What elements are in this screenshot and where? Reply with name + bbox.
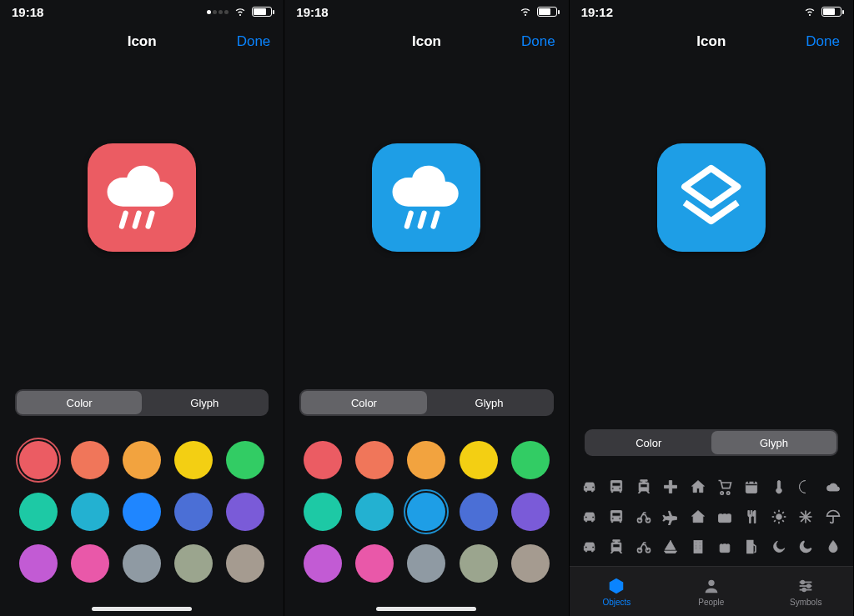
segment-color[interactable]: Color <box>586 431 711 454</box>
color-swatch[interactable] <box>226 441 264 479</box>
home-indicator[interactable] <box>92 607 192 611</box>
home-icon[interactable] <box>687 506 709 528</box>
svg-line-1 <box>135 213 139 227</box>
color-swatch[interactable] <box>71 441 109 479</box>
fuel-icon[interactable] <box>741 536 762 558</box>
color-swatch[interactable] <box>460 441 498 479</box>
car-icon[interactable] <box>579 506 600 528</box>
color-swatch[interactable] <box>123 544 161 583</box>
color-swatch[interactable] <box>19 544 58 583</box>
tab-objects[interactable]: Objects <box>570 567 664 616</box>
svg-rect-32 <box>720 544 730 553</box>
color-swatch[interactable] <box>407 441 445 479</box>
color-swatch[interactable] <box>19 493 58 531</box>
utensils-icon[interactable] <box>741 506 762 528</box>
page-title: Icon <box>696 33 726 50</box>
tram-icon[interactable] <box>605 536 627 558</box>
cart-icon[interactable] <box>714 476 736 498</box>
snow-icon[interactable] <box>795 506 816 528</box>
segment-glyph[interactable]: Glyph <box>427 391 552 414</box>
thermometer-icon[interactable] <box>768 476 790 498</box>
svg-point-10 <box>776 514 782 520</box>
segment-glyph[interactable]: Glyph <box>711 431 836 454</box>
plane-icon[interactable] <box>660 506 681 528</box>
icon-preview <box>657 143 766 252</box>
color-swatch[interactable] <box>304 441 342 479</box>
color-swatch[interactable] <box>71 544 109 583</box>
color-swatch[interactable] <box>226 493 264 531</box>
color-swatch[interactable] <box>123 441 161 479</box>
status-bar: 19:18 <box>284 0 568 23</box>
segment-color[interactable]: Color <box>17 391 142 414</box>
color-swatch[interactable] <box>355 493 394 531</box>
color-swatch[interactable] <box>460 544 498 583</box>
svg-rect-9 <box>719 514 731 523</box>
color-swatch[interactable] <box>355 441 394 479</box>
tab-people[interactable]: People <box>664 567 758 616</box>
nav-header: Icon Done <box>570 23 853 60</box>
segment-control: Color Glyph <box>570 421 853 464</box>
segment-glyph[interactable]: Glyph <box>142 391 267 414</box>
umbrella-icon[interactable] <box>822 506 844 528</box>
bike-icon[interactable] <box>633 536 655 558</box>
plus-icon[interactable] <box>660 476 681 498</box>
done-button[interactable]: Done <box>237 33 271 50</box>
building-icon[interactable] <box>687 536 709 558</box>
bus-icon[interactable] <box>605 476 627 498</box>
person-icon <box>702 577 721 595</box>
color-swatch[interactable] <box>174 493 213 531</box>
svg-line-18 <box>774 520 776 522</box>
status-bar: 19:12 <box>570 0 853 23</box>
car-icon[interactable] <box>579 536 600 558</box>
svg-line-0 <box>122 213 126 227</box>
drop-icon[interactable] <box>822 536 844 558</box>
color-swatch[interactable] <box>174 544 213 583</box>
color-swatch[interactable] <box>355 544 394 583</box>
tram-icon[interactable] <box>633 476 655 498</box>
status-time: 19:18 <box>296 5 328 19</box>
color-swatch[interactable] <box>304 493 342 531</box>
home-indicator[interactable] <box>376 607 476 611</box>
bus-icon[interactable] <box>605 506 627 528</box>
color-swatch[interactable] <box>460 493 498 531</box>
svg-rect-6 <box>746 482 757 493</box>
sun-icon[interactable] <box>768 506 790 528</box>
status-bar: 19:18 <box>0 0 284 23</box>
cloud-rain-icon <box>99 155 183 239</box>
done-button[interactable]: Done <box>521 33 555 50</box>
color-swatch[interactable] <box>71 493 109 531</box>
color-swatch[interactable] <box>174 441 213 479</box>
suitcase-icon[interactable] <box>714 536 736 558</box>
sliders-icon <box>796 577 815 595</box>
color-swatch[interactable] <box>407 544 445 583</box>
color-swatch[interactable] <box>511 544 550 583</box>
color-swatch[interactable] <box>19 441 58 479</box>
status-indicators <box>207 4 272 20</box>
color-swatch[interactable] <box>226 544 264 583</box>
house-icon[interactable] <box>687 476 709 498</box>
color-grid <box>0 424 284 616</box>
briefcase-icon[interactable] <box>714 506 736 528</box>
svg-line-4 <box>420 213 424 227</box>
sailboat-icon[interactable] <box>660 536 681 558</box>
color-swatch[interactable] <box>123 493 161 531</box>
moon-outline-icon[interactable] <box>795 536 816 558</box>
color-swatch[interactable] <box>511 493 550 531</box>
color-swatch[interactable] <box>511 441 550 479</box>
segment-control: Color Glyph <box>0 381 284 424</box>
moon-icon[interactable] <box>768 536 790 558</box>
calendar-icon[interactable] <box>741 476 762 498</box>
moon-partial-icon[interactable] <box>795 476 816 498</box>
cloud-icon[interactable] <box>822 476 844 498</box>
car-icon[interactable] <box>579 476 600 498</box>
tab-symbols[interactable]: Symbols <box>759 567 853 616</box>
glyph-grid <box>570 464 853 566</box>
bike-icon[interactable] <box>633 506 655 528</box>
segment-color[interactable]: Color <box>301 391 426 414</box>
done-button[interactable]: Done <box>806 33 840 50</box>
color-swatch[interactable] <box>304 544 342 583</box>
color-swatch[interactable] <box>407 493 445 531</box>
color-grid <box>284 424 568 616</box>
screen-1: 19:18 Icon Done <box>0 0 284 616</box>
cellular-signal-icon <box>207 10 229 14</box>
